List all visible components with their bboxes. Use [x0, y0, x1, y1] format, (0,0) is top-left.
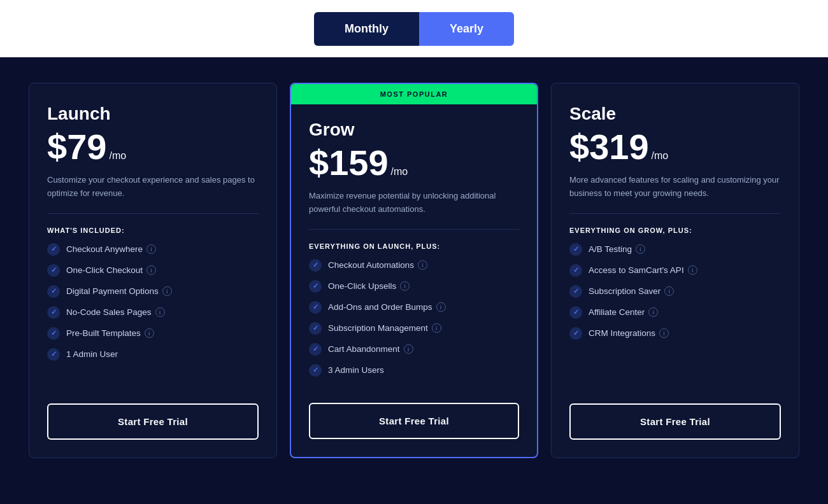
- check-icon-grow-4: [309, 343, 322, 356]
- info-icon-scale-4[interactable]: i: [659, 328, 669, 338]
- info-icon-launch-3[interactable]: i: [155, 307, 165, 317]
- check-icon-launch-1: [47, 264, 60, 277]
- info-icon-grow-0[interactable]: i: [418, 260, 427, 270]
- feature-item-launch-0: Checkout Anywhere i: [47, 243, 259, 256]
- check-icon-grow-2: [309, 301, 322, 314]
- feature-item-grow-5: 3 Admin Users: [309, 364, 519, 377]
- price-period-grow: /mo: [391, 166, 408, 178]
- divider-scale: [569, 213, 781, 214]
- feature-text-grow-1: One-Click Upsells: [328, 281, 396, 291]
- feature-text-scale-0: A/B Testing: [589, 244, 632, 254]
- plan-name-launch: Launch: [47, 104, 259, 124]
- price-period-scale: /mo: [652, 150, 669, 162]
- price-amount-grow: $159: [309, 145, 389, 181]
- toggle-bar: Monthly Yearly: [0, 0, 828, 57]
- feature-text-grow-3: Subscription Management: [328, 323, 428, 333]
- feature-item-grow-0: Checkout Automations i: [309, 259, 519, 272]
- feature-item-scale-0: A/B Testing i: [569, 243, 781, 256]
- price-amount-scale: $319: [569, 129, 649, 165]
- feature-text-grow-0: Checkout Automations: [328, 260, 414, 270]
- feature-item-launch-1: One-Click Checkout i: [47, 264, 259, 277]
- section-label-scale: EVERYTHING ON GROW, PLUS:: [569, 227, 781, 234]
- feature-text-scale-2: Subscription Saver: [589, 286, 660, 296]
- feature-item-launch-4: Pre-Built Templates i: [47, 327, 259, 340]
- info-icon-grow-4[interactable]: i: [404, 344, 413, 354]
- check-icon-grow-3: [309, 322, 322, 335]
- cta-button-launch[interactable]: Start Free Trial: [47, 403, 259, 440]
- section-label-launch: WHAT'S INCLUDED:: [47, 227, 259, 234]
- check-icon-launch-0: [47, 243, 60, 256]
- check-icon-grow-0: [309, 259, 322, 272]
- feature-text-launch-2: Digital Payment Options: [66, 286, 159, 296]
- feature-text-scale-4: CRM Integrations: [589, 328, 655, 338]
- info-icon-launch-0[interactable]: i: [146, 244, 156, 254]
- feature-text-launch-5: 1 Admin User: [66, 349, 118, 359]
- info-icon-scale-0[interactable]: i: [636, 244, 645, 254]
- feature-item-scale-1: Access to SamCart's API i: [569, 264, 781, 277]
- check-icon-scale-4: [569, 327, 582, 340]
- plan-card-scale: Scale $319 /mo More advanced features fo…: [551, 83, 799, 458]
- plan-description-scale: More advanced features for scaling and c…: [569, 174, 781, 200]
- info-icon-grow-3[interactable]: i: [432, 323, 441, 333]
- plan-name-grow: Grow: [309, 120, 519, 140]
- feature-text-scale-1: Access to SamCart's API: [589, 265, 684, 275]
- most-popular-badge: MOST POPULAR: [291, 84, 537, 104]
- info-icon-scale-2[interactable]: i: [664, 286, 674, 296]
- info-icon-launch-4[interactable]: i: [145, 328, 154, 338]
- check-icon-scale-0: [569, 243, 582, 256]
- feature-text-launch-0: Checkout Anywhere: [66, 244, 143, 254]
- plan-name-scale: Scale: [569, 104, 781, 124]
- feature-item-launch-2: Digital Payment Options i: [47, 285, 259, 298]
- divider-launch: [47, 213, 259, 214]
- feature-item-launch-5: 1 Admin User: [47, 348, 259, 361]
- check-icon-launch-5: [47, 348, 60, 361]
- plan-price-scale: $319 /mo: [569, 129, 781, 165]
- cta-button-grow[interactable]: Start Free Trial: [309, 403, 519, 439]
- feature-item-scale-3: Affiliate Center i: [569, 306, 781, 319]
- price-period-launch: /mo: [109, 150, 126, 162]
- billing-toggle: Monthly Yearly: [314, 12, 514, 46]
- plan-description-launch: Customize your checkout experience and s…: [47, 174, 259, 200]
- feature-item-grow-1: One-Click Upsells i: [309, 280, 519, 293]
- cta-button-scale[interactable]: Start Free Trial: [569, 403, 781, 440]
- feature-text-launch-1: One-Click Checkout: [66, 265, 143, 275]
- plan-price-grow: $159 /mo: [309, 145, 519, 181]
- check-icon-scale-3: [569, 306, 582, 319]
- feature-text-scale-3: Affiliate Center: [589, 307, 645, 317]
- plan-description-grow: Maximize revenue potential by unlocking …: [309, 190, 519, 216]
- feature-text-grow-5: 3 Admin Users: [328, 365, 384, 375]
- divider-grow: [309, 229, 519, 230]
- plans-container: Launch $79 /mo Customize your checkout e…: [0, 57, 828, 484]
- feature-text-launch-4: Pre-Built Templates: [66, 328, 141, 338]
- feature-item-grow-3: Subscription Management i: [309, 322, 519, 335]
- plan-card-grow: MOST POPULAR Grow $159 /mo Maximize reve…: [290, 83, 538, 458]
- check-icon-scale-2: [569, 285, 582, 298]
- feature-text-launch-3: No-Code Sales Pages: [66, 307, 152, 317]
- feature-text-grow-4: Cart Abandonment: [328, 344, 400, 354]
- yearly-toggle-button[interactable]: Yearly: [419, 12, 514, 46]
- feature-item-grow-4: Cart Abandonment i: [309, 343, 519, 356]
- info-icon-launch-1[interactable]: i: [146, 265, 156, 275]
- feature-item-scale-4: CRM Integrations i: [569, 327, 781, 340]
- price-amount-launch: $79: [47, 129, 106, 165]
- check-icon-grow-1: [309, 280, 322, 293]
- feature-item-launch-3: No-Code Sales Pages i: [47, 306, 259, 319]
- check-icon-launch-2: [47, 285, 60, 298]
- check-icon-grow-5: [309, 364, 322, 377]
- feature-item-grow-2: Add-Ons and Order Bumps i: [309, 301, 519, 314]
- info-icon-scale-1[interactable]: i: [688, 265, 697, 275]
- feature-list-scale: A/B Testing i Access to SamCart's API i …: [569, 243, 781, 386]
- plan-card-launch: Launch $79 /mo Customize your checkout e…: [29, 83, 277, 458]
- info-icon-grow-2[interactable]: i: [436, 302, 446, 312]
- feature-list-launch: Checkout Anywhere i One-Click Checkout i…: [47, 243, 259, 386]
- feature-item-scale-2: Subscription Saver i: [569, 285, 781, 298]
- plan-price-launch: $79 /mo: [47, 129, 259, 165]
- feature-text-grow-2: Add-Ons and Order Bumps: [328, 302, 432, 312]
- check-icon-launch-4: [47, 327, 60, 340]
- section-label-grow: EVERYTHING ON LAUNCH, PLUS:: [309, 242, 519, 250]
- info-icon-grow-1[interactable]: i: [400, 281, 410, 291]
- info-icon-launch-2[interactable]: i: [162, 286, 172, 296]
- monthly-toggle-button[interactable]: Monthly: [314, 12, 419, 46]
- feature-list-grow: Checkout Automations i One-Click Upsells…: [309, 259, 519, 385]
- info-icon-scale-3[interactable]: i: [648, 307, 658, 317]
